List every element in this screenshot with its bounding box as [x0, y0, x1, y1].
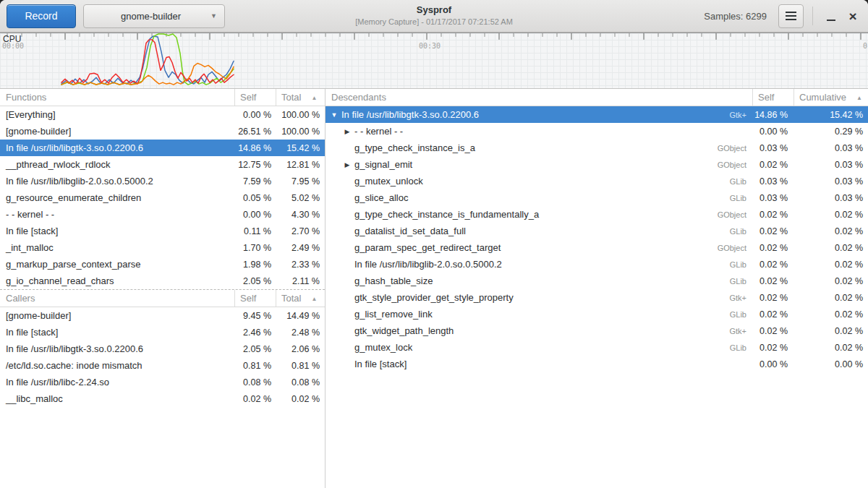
- descendant-row[interactable]: ▼ In file /usr/lib/libgtk-3.so.0.2200.6 …: [326, 106, 868, 123]
- descendants-header: Descendants Self Cumulative▲: [326, 89, 868, 106]
- function-row[interactable]: _int_malloc 1.70 % 2.49 %: [0, 239, 325, 256]
- cumulative-percent: 0.03 %: [793, 143, 868, 153]
- self-percent: 9.45 %: [234, 311, 276, 321]
- caller-row[interactable]: In file [stack] 2.46 % 2.48 %: [0, 324, 325, 341]
- function-name: In file [stack]: [0, 226, 234, 236]
- descendant-row[interactable]: g_slice_alloc GLib 0.03 % 0.03 %: [326, 189, 868, 206]
- caller-name: In file /usr/lib/libc-2.24.so: [0, 377, 234, 388]
- function-row[interactable]: g_markup_parse_context_parse 1.98 % 2.33…: [0, 256, 325, 273]
- caller-row[interactable]: In file /usr/lib/libgtk-3.so.0.2200.6 2.…: [0, 341, 325, 357]
- caller-row[interactable]: [gnome-builder] 9.45 % 14.49 %: [0, 307, 325, 324]
- column-descendants[interactable]: Descendants: [326, 89, 752, 106]
- function-row[interactable]: g_resource_enumerate_children 0.05 % 5.0…: [0, 189, 325, 206]
- function-row[interactable]: [Everything] 0.00 % 100.00 %: [0, 106, 325, 123]
- descendant-name: In file [stack]: [353, 359, 746, 369]
- column-total[interactable]: Total▲: [276, 290, 325, 307]
- close-button[interactable]: ×: [842, 4, 864, 28]
- caller-row[interactable]: In file /usr/lib/libc-2.24.so 0.08 % 0.0…: [0, 374, 325, 390]
- cumulative-percent: 0.03 %: [793, 176, 868, 187]
- minimize-button[interactable]: [820, 4, 842, 28]
- descendant-row[interactable]: ▶ g_signal_emit GObject 0.02 % 0.03 %: [326, 156, 868, 173]
- descendant-name: g_mutex_unlock: [353, 176, 730, 187]
- function-row[interactable]: In file [stack] 0.11 % 2.70 %: [0, 223, 325, 239]
- library-tag: Gtk+: [729, 111, 752, 119]
- expander-icon[interactable]: ▶: [341, 161, 353, 168]
- cpu-graph[interactable]: CPU 00:00 00:30 01:00: [0, 33, 868, 89]
- column-functions[interactable]: Functions: [0, 89, 234, 106]
- column-callers[interactable]: Callers: [0, 290, 234, 307]
- functions-header: Functions Self Total▲: [0, 89, 325, 106]
- column-self[interactable]: Self: [752, 89, 793, 106]
- hamburger-icon: [786, 9, 796, 22]
- function-row[interactable]: g_io_channel_read_chars 2.05 % 2.11 %: [0, 273, 325, 289]
- descendant-row[interactable]: g_type_check_instance_is_a GObject 0.03 …: [326, 140, 868, 156]
- descendant-row[interactable]: gtk_style_provider_get_style_property Gt…: [326, 289, 868, 306]
- function-name: [gnome-builder]: [0, 126, 234, 137]
- self-percent: 0.03 %: [752, 193, 793, 203]
- descendant-row[interactable]: g_list_remove_link GLib 0.02 % 0.02 %: [326, 306, 868, 322]
- cumulative-percent: 0.02 %: [793, 326, 868, 336]
- cumulative-percent: 0.02 %: [793, 343, 868, 353]
- process-selector-dropdown[interactable]: gnome-builder ▼: [83, 4, 225, 28]
- self-percent: 1.98 %: [234, 260, 276, 270]
- function-name: __pthread_rwlock_rdlock: [0, 159, 234, 170]
- close-icon: ×: [848, 9, 856, 23]
- function-row[interactable]: [gnome-builder] 26.51 % 100.00 %: [0, 123, 325, 140]
- function-row[interactable]: In file /usr/lib/libglib-2.0.so.0.5000.2…: [0, 173, 325, 189]
- titlebar[interactable]: Record gnome-builder ▼ Sysprof [Memory C…: [0, 0, 868, 33]
- descendant-row[interactable]: g_datalist_id_set_data_full GLib 0.02 % …: [326, 223, 868, 239]
- process-selector-value: gnome-builder: [91, 11, 210, 22]
- total-percent: 4.30 %: [276, 210, 325, 220]
- library-tag: GLib: [730, 227, 752, 236]
- functions-rows: [Everything] 0.00 % 100.00 % [gnome-buil…: [0, 106, 325, 289]
- descendant-row[interactable]: g_mutex_unlock GLib 0.03 % 0.03 %: [326, 173, 868, 189]
- cumulative-percent: 0.03 %: [793, 160, 868, 170]
- column-self[interactable]: Self: [234, 89, 276, 106]
- callers-section: Callers Self Total▲ [gnome-builder] 9.45…: [0, 289, 325, 407]
- functions-section: Functions Self Total▲ [Everything] 0.00 …: [0, 89, 325, 289]
- total-percent: 0.08 %: [276, 377, 325, 388]
- descendant-row[interactable]: ▶ - - kernel - - 0.00 % 0.29 %: [326, 123, 868, 140]
- self-percent: 0.00 %: [752, 359, 793, 369]
- library-tag: Gtk+: [729, 294, 752, 302]
- self-percent: 2.46 %: [234, 328, 276, 338]
- record-button[interactable]: Record: [7, 4, 76, 28]
- left-pane: Functions Self Total▲ [Everything] 0.00 …: [0, 89, 326, 488]
- descendant-row[interactable]: gtk_widget_path_length Gtk+ 0.02 % 0.02 …: [326, 322, 868, 339]
- descendant-row[interactable]: In file /usr/lib/libglib-2.0.so.0.5000.2…: [326, 256, 868, 273]
- caller-row[interactable]: __libc_malloc 0.02 % 0.02 %: [0, 390, 325, 407]
- total-percent: 5.02 %: [276, 193, 325, 203]
- descendant-name: g_list_remove_link: [353, 309, 730, 320]
- descendant-row[interactable]: g_hash_table_size GLib 0.02 % 0.02 %: [326, 273, 868, 289]
- cumulative-percent: 0.02 %: [793, 260, 868, 270]
- library-tag: GLib: [730, 177, 752, 186]
- cumulative-percent: 0.02 %: [793, 293, 868, 303]
- menu-button[interactable]: [778, 4, 804, 28]
- column-self[interactable]: Self: [234, 290, 276, 307]
- total-percent: 2.33 %: [276, 260, 325, 270]
- cumulative-percent: 0.02 %: [793, 210, 868, 220]
- total-percent: 2.48 %: [276, 328, 325, 338]
- descendant-row[interactable]: g_param_spec_get_redirect_target GObject…: [326, 239, 868, 256]
- function-row[interactable]: In file /usr/lib/libgtk-3.so.0.2200.6 14…: [0, 140, 325, 156]
- self-percent: 0.00 %: [752, 127, 793, 137]
- cumulative-percent: 0.02 %: [793, 276, 868, 286]
- descendant-name: gtk_widget_path_length: [353, 325, 729, 336]
- samples-count: Samples: 6299: [704, 11, 767, 22]
- expander-icon[interactable]: ▶: [341, 128, 353, 135]
- caller-row[interactable]: /etc/ld.so.cache: inode mismatch 0.81 % …: [0, 357, 325, 374]
- expander-icon[interactable]: ▼: [328, 111, 340, 119]
- function-name: g_markup_parse_context_parse: [0, 259, 234, 270]
- descendant-row[interactable]: g_mutex_lock GLib 0.02 % 0.02 %: [326, 339, 868, 356]
- library-tag: GLib: [730, 310, 752, 319]
- descendant-row[interactable]: g_type_check_instance_is_fundamentally_a…: [326, 206, 868, 223]
- column-cumulative[interactable]: Cumulative▲: [793, 89, 868, 106]
- function-row[interactable]: __pthread_rwlock_rdlock 12.75 % 12.81 %: [0, 156, 325, 173]
- caller-name: __libc_malloc: [0, 393, 234, 404]
- cumulative-percent: 0.02 %: [793, 309, 868, 320]
- sysprof-window: Record gnome-builder ▼ Sysprof [Memory C…: [0, 0, 868, 488]
- function-row[interactable]: - - kernel - - 0.00 % 4.30 %: [0, 206, 325, 223]
- column-total[interactable]: Total▲: [276, 89, 325, 106]
- descendant-row[interactable]: In file [stack] 0.00 % 0.00 %: [326, 356, 868, 372]
- function-name: _int_malloc: [0, 242, 234, 253]
